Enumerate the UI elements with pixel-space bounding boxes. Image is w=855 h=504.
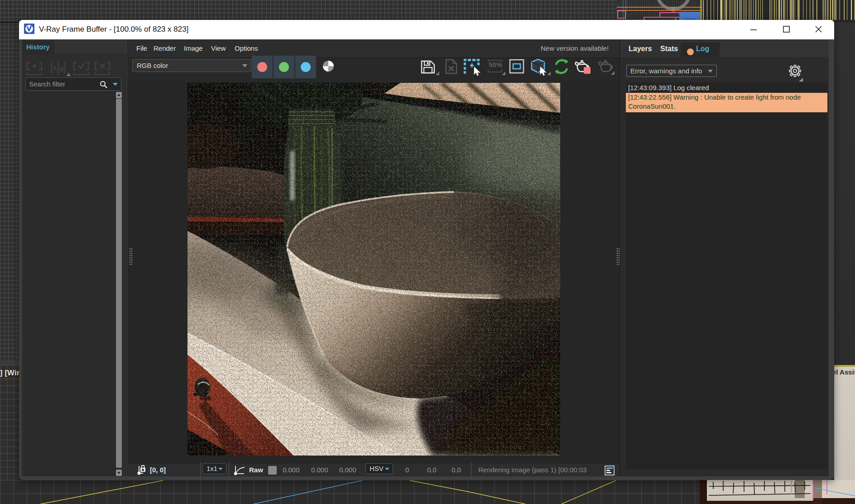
svg-text:B: B [60, 66, 64, 72]
svg-text:50%: 50% [489, 61, 502, 68]
svg-text:A: A [53, 65, 57, 72]
